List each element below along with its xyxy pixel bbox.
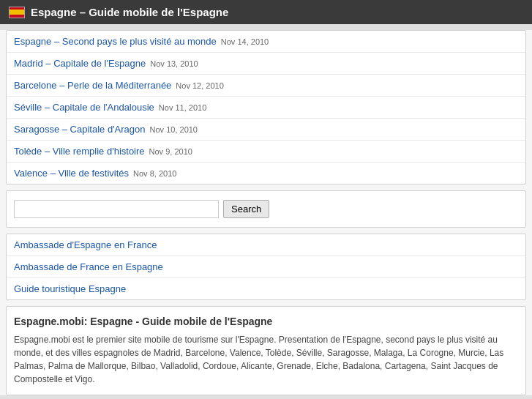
post-link[interactable]: Tolède – Ville remplie d'histoire bbox=[14, 146, 145, 157]
external-link[interactable]: Ambassade de France en Espagne bbox=[14, 261, 163, 272]
post-link[interactable]: Séville – Capitale de l'Andalousie bbox=[14, 102, 154, 113]
post-row: Séville – Capitale de l'AndalousieNov 11… bbox=[7, 97, 525, 119]
search-input[interactable] bbox=[14, 200, 219, 218]
post-date: Nov 11, 2010 bbox=[159, 103, 206, 112]
search-button[interactable]: Search bbox=[223, 200, 269, 218]
post-row: Valence – Ville de festivitésNov 8, 2010 bbox=[7, 163, 525, 184]
search-section: Search bbox=[6, 190, 526, 228]
about-body: Espagne.mobi est le premier site mobile … bbox=[14, 333, 518, 386]
post-date: Nov 12, 2010 bbox=[176, 81, 223, 90]
link-row: Guide touristique Espagne bbox=[7, 278, 525, 299]
post-date: Nov 14, 2010 bbox=[221, 37, 269, 46]
post-link[interactable]: Espagne – Second pays le plus visité au … bbox=[14, 36, 217, 47]
link-row: Ambassade de France en Espagne bbox=[7, 256, 525, 278]
links-section: Ambassade d'Espagne en FranceAmbassade d… bbox=[6, 234, 526, 300]
post-link[interactable]: Barcelone – Perle de la Méditerranée bbox=[14, 80, 171, 91]
post-date: Nov 9, 2010 bbox=[149, 147, 192, 156]
post-row: Madrid – Capitale de l'EspagneNov 13, 20… bbox=[7, 53, 525, 75]
site-header: Espagne – Guide mobile de l'Espagne bbox=[0, 0, 532, 24]
post-link[interactable]: Saragosse – Capitale d'Aragon bbox=[14, 124, 146, 135]
post-row: Tolède – Ville remplie d'histoireNov 9, … bbox=[7, 141, 525, 163]
post-row: Espagne – Second pays le plus visité au … bbox=[7, 31, 525, 53]
post-row: Saragosse – Capitale d'AragonNov 10, 201… bbox=[7, 119, 525, 141]
posts-section: Espagne – Second pays le plus visité au … bbox=[6, 30, 526, 184]
about-title: Espagne.mobi: Espagne - Guide mobile de … bbox=[14, 316, 518, 327]
post-row: Barcelone – Perle de la MéditerranéeNov … bbox=[7, 75, 525, 97]
link-row: Ambassade d'Espagne en France bbox=[7, 234, 525, 256]
about-section: Espagne.mobi: Espagne - Guide mobile de … bbox=[6, 306, 526, 395]
post-date: Nov 10, 2010 bbox=[150, 125, 198, 134]
post-date: Nov 8, 2010 bbox=[133, 169, 176, 178]
spain-flag bbox=[9, 7, 25, 18]
post-link[interactable]: Valence – Ville de festivités bbox=[14, 168, 129, 179]
post-link[interactable]: Madrid – Capitale de l'Espagne bbox=[14, 58, 146, 69]
post-date: Nov 13, 2010 bbox=[150, 59, 198, 68]
main-content: Espagne – Second pays le plus visité au … bbox=[0, 30, 532, 395]
external-link[interactable]: Guide touristique Espagne bbox=[14, 283, 126, 294]
site-title: Espagne – Guide mobile de l'Espagne bbox=[31, 6, 228, 18]
external-link[interactable]: Ambassade d'Espagne en France bbox=[14, 239, 157, 250]
